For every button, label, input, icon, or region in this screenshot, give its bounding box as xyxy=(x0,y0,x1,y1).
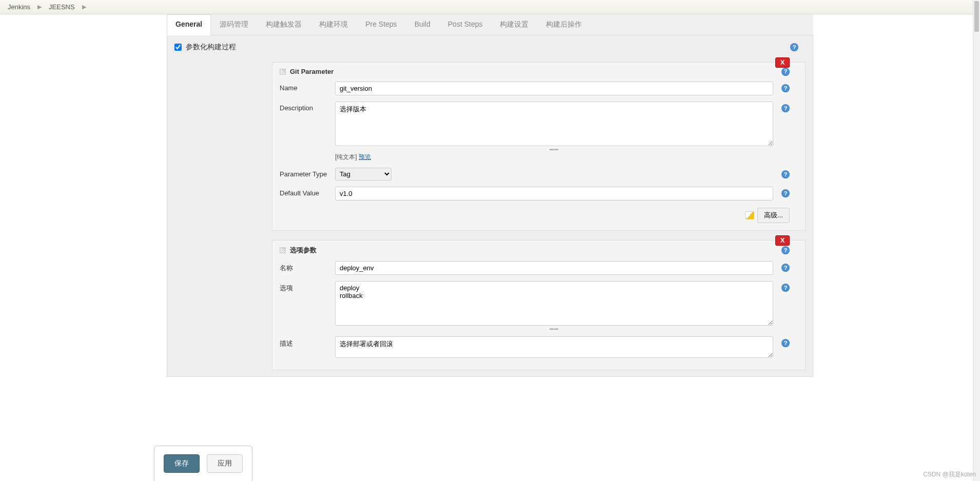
scrollbar[interactable] xyxy=(973,0,980,377)
choice-parameter-block: X 选项参数 ? 名称 ? 选项 ▬▬ ? 描述 xyxy=(272,240,806,370)
label-default-value: Default Value xyxy=(280,187,329,197)
help-icon[interactable]: ? xyxy=(790,43,798,51)
input-choice-name[interactable] xyxy=(335,261,773,275)
row-choice-desc: 描述 ? xyxy=(280,333,790,363)
input-name[interactable] xyxy=(335,82,773,95)
preview-link[interactable]: 预览 xyxy=(359,153,371,161)
help-icon[interactable]: ? xyxy=(781,189,790,197)
input-default-value[interactable] xyxy=(335,187,773,201)
delete-button[interactable]: X xyxy=(775,235,790,246)
row-description: Description ▬▬ [纯文本] 预览 ? xyxy=(280,98,790,165)
advanced-row: 高级... xyxy=(280,204,790,223)
help-icon[interactable]: ? xyxy=(781,339,790,347)
config-tabs: General 源码管理 构建触发器 构建环境 Pre Steps Build … xyxy=(167,14,813,35)
help-icon[interactable]: ? xyxy=(781,104,790,112)
help-icon[interactable]: ? xyxy=(781,246,790,254)
row-default-value: Default Value ? xyxy=(280,184,790,204)
label-param-type: Parameter Type xyxy=(280,168,329,178)
tab-build[interactable]: Build xyxy=(406,14,439,35)
textarea-choice-desc[interactable] xyxy=(335,336,773,358)
param-build-row: 参数化构建过程 ? xyxy=(174,42,806,53)
tab-poststeps[interactable]: Post Steps xyxy=(439,14,492,35)
tab-scm[interactable]: 源码管理 xyxy=(211,14,257,35)
chevron-right-icon: ▶ xyxy=(82,4,86,10)
help-icon[interactable]: ? xyxy=(781,170,790,178)
param-build-checkbox[interactable] xyxy=(174,44,182,51)
label-description: Description xyxy=(280,102,329,112)
row-choices: 选项 ▬▬ ? xyxy=(280,278,790,333)
tab-triggers[interactable]: 构建触发器 xyxy=(257,14,310,35)
breadcrumb-link-jenkins[interactable]: Jenkins xyxy=(8,3,30,11)
breadcrumb-link-project[interactable]: JEESNS xyxy=(49,3,75,11)
row-name: Name ? xyxy=(280,78,790,98)
help-icon[interactable]: ? xyxy=(781,68,790,76)
label-choice-desc: 描述 xyxy=(280,336,329,348)
choice-param-header: 选项参数 ? xyxy=(280,246,790,258)
label-name: Name xyxy=(280,82,329,92)
help-icon[interactable]: ? xyxy=(781,264,790,272)
breadcrumb: Jenkins ▶ JEESNS ▶ xyxy=(0,0,980,14)
label-choice-name: 名称 xyxy=(280,261,329,273)
scrollbar-thumb[interactable] xyxy=(974,1,979,32)
choice-param-title: 选项参数 xyxy=(290,246,317,255)
desc-hint: [纯文本] 预览 xyxy=(335,151,773,162)
drag-handle-icon[interactable] xyxy=(280,69,286,75)
row-choice-name: 名称 ? xyxy=(280,258,790,278)
delete-button[interactable]: X xyxy=(775,57,790,68)
git-param-title: Git Parameter xyxy=(290,68,334,75)
textarea-choices[interactable] xyxy=(335,281,773,326)
advanced-button[interactable]: 高级... xyxy=(757,208,790,223)
tab-postbuild[interactable]: 构建后操作 xyxy=(537,14,591,35)
resize-grip-icon[interactable]: ▬▬ xyxy=(335,327,773,330)
git-parameter-block: X Git Parameter ? Name ? Description ▬▬ … xyxy=(272,62,806,231)
label-choices: 选项 xyxy=(280,281,329,293)
chevron-right-icon: ▶ xyxy=(37,4,42,10)
help-icon[interactable]: ? xyxy=(781,284,790,292)
edit-icon xyxy=(745,211,754,219)
tab-buildsettings[interactable]: 构建设置 xyxy=(491,14,537,35)
tab-general[interactable]: General xyxy=(167,14,211,35)
tab-env[interactable]: 构建环境 xyxy=(310,14,357,35)
row-param-type: Parameter Type Tag ? xyxy=(280,165,790,184)
drag-handle-icon[interactable] xyxy=(280,247,286,253)
textarea-description[interactable] xyxy=(335,102,773,146)
git-param-header: Git Parameter ? xyxy=(280,68,790,78)
select-param-type[interactable]: Tag xyxy=(335,168,391,181)
tab-presteps[interactable]: Pre Steps xyxy=(357,14,405,35)
help-icon[interactable]: ? xyxy=(781,84,790,92)
param-build-label: 参数化构建过程 xyxy=(186,43,236,52)
section-general: 参数化构建过程 ? X Git Parameter ? Name ? Descr… xyxy=(167,35,813,377)
